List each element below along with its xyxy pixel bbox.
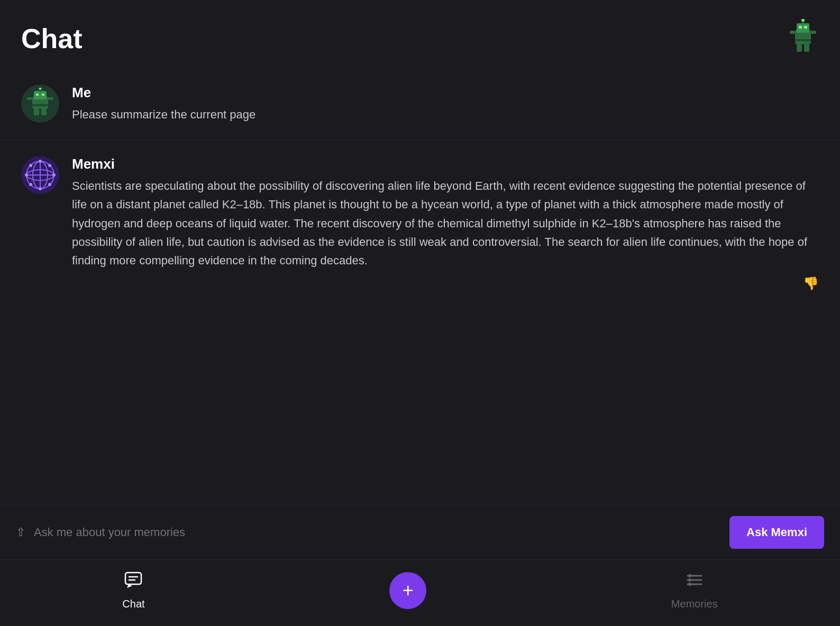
svg-point-31 bbox=[29, 164, 32, 167]
svg-rect-20 bbox=[41, 109, 47, 115]
chat-nav-icon bbox=[124, 570, 143, 594]
me-avatar-icon bbox=[24, 88, 56, 119]
header: Chat bbox=[0, 0, 840, 69]
svg-rect-19 bbox=[34, 109, 39, 115]
svg-rect-14 bbox=[42, 94, 44, 96]
input-area: ⇧ Ask Memxi bbox=[0, 505, 840, 559]
header-robot-icon bbox=[787, 19, 819, 58]
svg-point-41 bbox=[688, 574, 691, 577]
memories-nav-icon bbox=[685, 570, 704, 594]
message-sender-memxi: Memxi bbox=[72, 156, 819, 172]
nav-item-chat[interactable]: Chat bbox=[122, 570, 144, 610]
svg-rect-6 bbox=[790, 31, 795, 34]
svg-point-30 bbox=[52, 173, 56, 177]
message-text-me: Please summarize the current page bbox=[72, 105, 819, 124]
svg-point-29 bbox=[25, 173, 28, 177]
message-sender-me: Me bbox=[72, 85, 819, 101]
svg-rect-1 bbox=[797, 23, 809, 33]
chat-input[interactable] bbox=[34, 526, 721, 539]
svg-rect-35 bbox=[125, 573, 141, 584]
svg-point-42 bbox=[688, 578, 691, 582]
messages-container: Me Please summarize the current page bbox=[0, 69, 840, 505]
chevron-up-icon[interactable]: ⇧ bbox=[16, 526, 25, 539]
nav-item-plus[interactable]: + bbox=[389, 572, 426, 609]
robot-header-icon bbox=[787, 19, 819, 56]
svg-rect-7 bbox=[811, 31, 816, 34]
svg-rect-13 bbox=[36, 94, 39, 96]
svg-rect-2 bbox=[799, 26, 802, 29]
bottom-nav: Chat + Memories bbox=[0, 559, 840, 626]
avatar-me bbox=[21, 85, 59, 123]
svg-rect-12 bbox=[34, 91, 47, 99]
svg-point-34 bbox=[48, 183, 51, 186]
message-footer: 👎 bbox=[72, 270, 819, 291]
svg-point-32 bbox=[48, 164, 51, 167]
svg-rect-3 bbox=[804, 26, 807, 29]
svg-rect-21 bbox=[32, 104, 48, 106]
nav-item-memories[interactable]: Memories bbox=[671, 570, 718, 610]
nav-label-chat: Chat bbox=[122, 598, 144, 610]
svg-point-27 bbox=[39, 160, 42, 163]
avatar-memxi bbox=[21, 156, 59, 194]
svg-point-43 bbox=[688, 583, 691, 586]
message-row-memxi: Memxi Scientists are speculating about t… bbox=[21, 156, 819, 291]
thumbs-down-icon[interactable]: 👎 bbox=[803, 276, 819, 291]
svg-rect-9 bbox=[804, 44, 809, 52]
message-block-me: Me Please summarize the current page bbox=[0, 69, 840, 140]
svg-rect-10 bbox=[795, 39, 811, 41]
svg-point-28 bbox=[39, 187, 42, 190]
page-title: Chat bbox=[21, 23, 83, 54]
message-content-me: Me Please summarize the current page bbox=[72, 85, 819, 124]
message-content-memxi: Memxi Scientists are speculating about t… bbox=[72, 156, 819, 291]
svg-point-5 bbox=[801, 19, 805, 22]
plus-icon: + bbox=[403, 579, 414, 602]
message-block-memxi: Memxi Scientists are speculating about t… bbox=[0, 140, 840, 307]
svg-rect-18 bbox=[48, 97, 53, 100]
svg-rect-17 bbox=[27, 97, 32, 100]
memxi-avatar-icon bbox=[24, 159, 56, 191]
message-row: Me Please summarize the current page bbox=[21, 85, 819, 124]
nav-label-memories: Memories bbox=[671, 598, 718, 610]
message-text-memxi: Scientists are speculating about the pos… bbox=[72, 177, 819, 270]
svg-point-33 bbox=[29, 183, 32, 186]
ask-memxi-button[interactable]: Ask Memxi bbox=[729, 516, 824, 549]
svg-rect-8 bbox=[797, 44, 802, 52]
